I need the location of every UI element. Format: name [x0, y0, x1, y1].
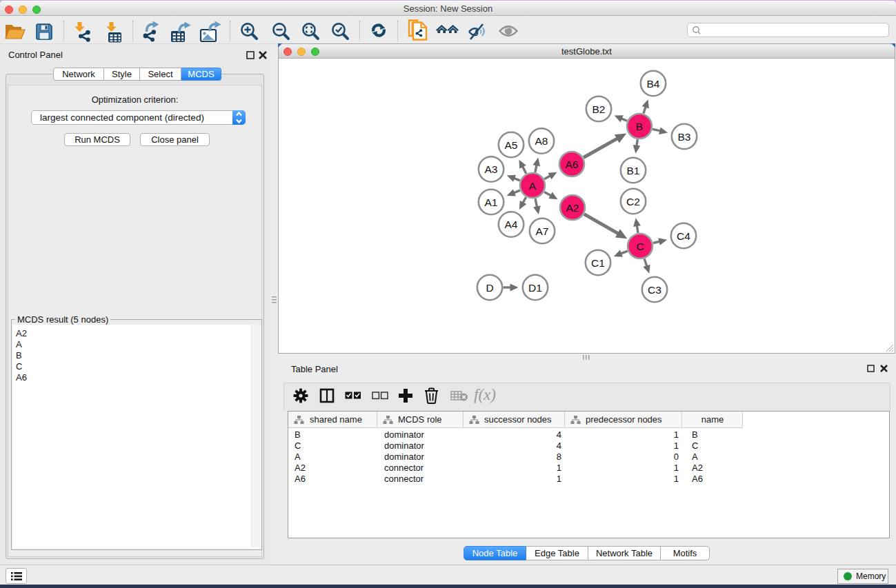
svg-text:C: C — [636, 241, 644, 252]
svg-text:A8: A8 — [535, 135, 548, 147]
svg-text:A: A — [529, 180, 537, 192]
svg-text:B3: B3 — [678, 131, 691, 143]
svg-text:B: B — [636, 121, 643, 132]
svg-text:A2: A2 — [566, 202, 579, 214]
svg-text:A3: A3 — [485, 163, 498, 175]
svg-text:C3: C3 — [648, 284, 661, 296]
svg-text:C2: C2 — [626, 196, 640, 207]
svg-text:A7: A7 — [536, 225, 549, 237]
svg-text:B1: B1 — [627, 165, 640, 176]
svg-text:A5: A5 — [505, 139, 518, 151]
svg-text:A1: A1 — [485, 196, 498, 208]
svg-text:B2: B2 — [593, 103, 606, 115]
svg-text:D1: D1 — [528, 282, 542, 294]
svg-text:A6: A6 — [566, 159, 579, 170]
svg-text:C4: C4 — [677, 230, 690, 242]
svg-text:C1: C1 — [591, 257, 605, 269]
svg-text:A4: A4 — [505, 219, 518, 230]
svg-text:D: D — [486, 282, 493, 294]
svg-text:B4: B4 — [647, 78, 660, 90]
